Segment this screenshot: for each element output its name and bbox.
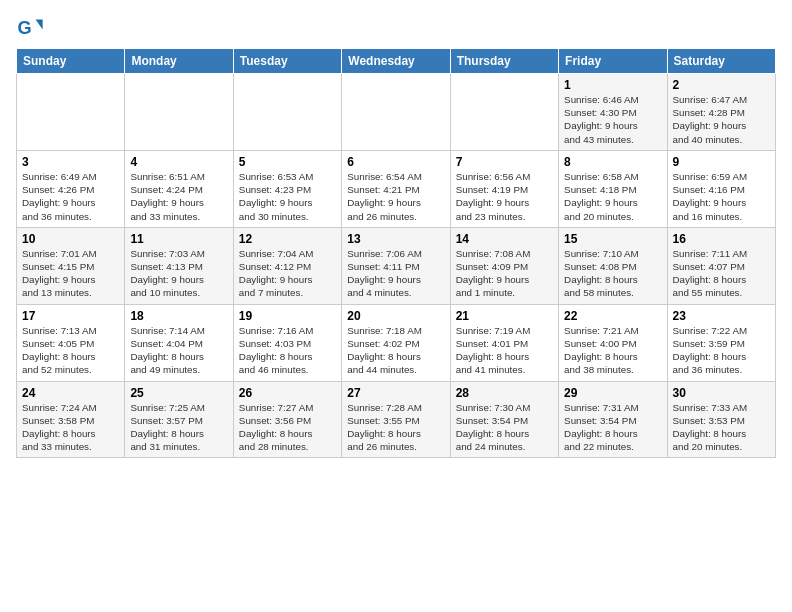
- svg-marker-1: [36, 20, 43, 30]
- day-cell: [17, 74, 125, 151]
- day-number: 6: [347, 155, 444, 169]
- day-number: 21: [456, 309, 553, 323]
- day-cell: 7Sunrise: 6:56 AM Sunset: 4:19 PM Daylig…: [450, 150, 558, 227]
- day-cell: 9Sunrise: 6:59 AM Sunset: 4:16 PM Daylig…: [667, 150, 775, 227]
- day-number: 8: [564, 155, 661, 169]
- svg-text:G: G: [17, 18, 31, 38]
- col-header-monday: Monday: [125, 49, 233, 74]
- day-number: 30: [673, 386, 770, 400]
- day-number: 5: [239, 155, 336, 169]
- col-header-sunday: Sunday: [17, 49, 125, 74]
- day-number: 23: [673, 309, 770, 323]
- day-info: Sunrise: 7:28 AM Sunset: 3:55 PM Dayligh…: [347, 401, 444, 454]
- day-info: Sunrise: 7:01 AM Sunset: 4:15 PM Dayligh…: [22, 247, 119, 300]
- col-header-friday: Friday: [559, 49, 667, 74]
- day-info: Sunrise: 7:13 AM Sunset: 4:05 PM Dayligh…: [22, 324, 119, 377]
- day-info: Sunrise: 7:10 AM Sunset: 4:08 PM Dayligh…: [564, 247, 661, 300]
- day-info: Sunrise: 7:08 AM Sunset: 4:09 PM Dayligh…: [456, 247, 553, 300]
- col-header-tuesday: Tuesday: [233, 49, 341, 74]
- day-info: Sunrise: 7:19 AM Sunset: 4:01 PM Dayligh…: [456, 324, 553, 377]
- day-info: Sunrise: 6:46 AM Sunset: 4:30 PM Dayligh…: [564, 93, 661, 146]
- page: G SundayMondayTuesdayWednesdayThursdayFr…: [0, 0, 792, 612]
- day-info: Sunrise: 6:56 AM Sunset: 4:19 PM Dayligh…: [456, 170, 553, 223]
- day-number: 14: [456, 232, 553, 246]
- day-cell: 2Sunrise: 6:47 AM Sunset: 4:28 PM Daylig…: [667, 74, 775, 151]
- day-cell: 24Sunrise: 7:24 AM Sunset: 3:58 PM Dayli…: [17, 381, 125, 458]
- week-row-4: 17Sunrise: 7:13 AM Sunset: 4:05 PM Dayli…: [17, 304, 776, 381]
- day-cell: 10Sunrise: 7:01 AM Sunset: 4:15 PM Dayli…: [17, 227, 125, 304]
- day-number: 20: [347, 309, 444, 323]
- day-info: Sunrise: 7:27 AM Sunset: 3:56 PM Dayligh…: [239, 401, 336, 454]
- day-cell: 17Sunrise: 7:13 AM Sunset: 4:05 PM Dayli…: [17, 304, 125, 381]
- day-number: 13: [347, 232, 444, 246]
- day-cell: 18Sunrise: 7:14 AM Sunset: 4:04 PM Dayli…: [125, 304, 233, 381]
- day-number: 16: [673, 232, 770, 246]
- day-cell: 20Sunrise: 7:18 AM Sunset: 4:02 PM Dayli…: [342, 304, 450, 381]
- day-number: 17: [22, 309, 119, 323]
- day-cell: 6Sunrise: 6:54 AM Sunset: 4:21 PM Daylig…: [342, 150, 450, 227]
- day-number: 29: [564, 386, 661, 400]
- day-cell: 12Sunrise: 7:04 AM Sunset: 4:12 PM Dayli…: [233, 227, 341, 304]
- day-cell: 27Sunrise: 7:28 AM Sunset: 3:55 PM Dayli…: [342, 381, 450, 458]
- day-info: Sunrise: 7:22 AM Sunset: 3:59 PM Dayligh…: [673, 324, 770, 377]
- day-cell: 26Sunrise: 7:27 AM Sunset: 3:56 PM Dayli…: [233, 381, 341, 458]
- week-row-3: 10Sunrise: 7:01 AM Sunset: 4:15 PM Dayli…: [17, 227, 776, 304]
- col-header-thursday: Thursday: [450, 49, 558, 74]
- logo: G: [16, 14, 48, 42]
- day-info: Sunrise: 7:04 AM Sunset: 4:12 PM Dayligh…: [239, 247, 336, 300]
- day-number: 3: [22, 155, 119, 169]
- day-number: 11: [130, 232, 227, 246]
- day-number: 9: [673, 155, 770, 169]
- day-cell: [125, 74, 233, 151]
- day-info: Sunrise: 7:16 AM Sunset: 4:03 PM Dayligh…: [239, 324, 336, 377]
- col-header-saturday: Saturday: [667, 49, 775, 74]
- week-row-1: 1Sunrise: 6:46 AM Sunset: 4:30 PM Daylig…: [17, 74, 776, 151]
- day-cell: 25Sunrise: 7:25 AM Sunset: 3:57 PM Dayli…: [125, 381, 233, 458]
- day-info: Sunrise: 6:49 AM Sunset: 4:26 PM Dayligh…: [22, 170, 119, 223]
- day-info: Sunrise: 6:53 AM Sunset: 4:23 PM Dayligh…: [239, 170, 336, 223]
- day-info: Sunrise: 7:31 AM Sunset: 3:54 PM Dayligh…: [564, 401, 661, 454]
- day-cell: 3Sunrise: 6:49 AM Sunset: 4:26 PM Daylig…: [17, 150, 125, 227]
- calendar: SundayMondayTuesdayWednesdayThursdayFrid…: [16, 48, 776, 458]
- day-cell: 4Sunrise: 6:51 AM Sunset: 4:24 PM Daylig…: [125, 150, 233, 227]
- day-info: Sunrise: 7:21 AM Sunset: 4:00 PM Dayligh…: [564, 324, 661, 377]
- day-number: 7: [456, 155, 553, 169]
- day-cell: 21Sunrise: 7:19 AM Sunset: 4:01 PM Dayli…: [450, 304, 558, 381]
- day-info: Sunrise: 7:24 AM Sunset: 3:58 PM Dayligh…: [22, 401, 119, 454]
- day-cell: 1Sunrise: 6:46 AM Sunset: 4:30 PM Daylig…: [559, 74, 667, 151]
- day-number: 2: [673, 78, 770, 92]
- day-cell: [450, 74, 558, 151]
- day-cell: 30Sunrise: 7:33 AM Sunset: 3:53 PM Dayli…: [667, 381, 775, 458]
- day-cell: 14Sunrise: 7:08 AM Sunset: 4:09 PM Dayli…: [450, 227, 558, 304]
- day-cell: 28Sunrise: 7:30 AM Sunset: 3:54 PM Dayli…: [450, 381, 558, 458]
- day-cell: 11Sunrise: 7:03 AM Sunset: 4:13 PM Dayli…: [125, 227, 233, 304]
- day-info: Sunrise: 6:58 AM Sunset: 4:18 PM Dayligh…: [564, 170, 661, 223]
- day-cell: 29Sunrise: 7:31 AM Sunset: 3:54 PM Dayli…: [559, 381, 667, 458]
- day-info: Sunrise: 7:25 AM Sunset: 3:57 PM Dayligh…: [130, 401, 227, 454]
- day-cell: [233, 74, 341, 151]
- week-row-2: 3Sunrise: 6:49 AM Sunset: 4:26 PM Daylig…: [17, 150, 776, 227]
- day-info: Sunrise: 7:14 AM Sunset: 4:04 PM Dayligh…: [130, 324, 227, 377]
- day-info: Sunrise: 6:54 AM Sunset: 4:21 PM Dayligh…: [347, 170, 444, 223]
- day-info: Sunrise: 7:06 AM Sunset: 4:11 PM Dayligh…: [347, 247, 444, 300]
- day-cell: 15Sunrise: 7:10 AM Sunset: 4:08 PM Dayli…: [559, 227, 667, 304]
- day-number: 1: [564, 78, 661, 92]
- day-cell: 23Sunrise: 7:22 AM Sunset: 3:59 PM Dayli…: [667, 304, 775, 381]
- day-info: Sunrise: 7:30 AM Sunset: 3:54 PM Dayligh…: [456, 401, 553, 454]
- week-row-5: 24Sunrise: 7:24 AM Sunset: 3:58 PM Dayli…: [17, 381, 776, 458]
- logo-icon: G: [16, 14, 44, 42]
- day-number: 10: [22, 232, 119, 246]
- day-number: 27: [347, 386, 444, 400]
- day-number: 24: [22, 386, 119, 400]
- day-number: 18: [130, 309, 227, 323]
- day-number: 4: [130, 155, 227, 169]
- day-cell: 22Sunrise: 7:21 AM Sunset: 4:00 PM Dayli…: [559, 304, 667, 381]
- day-cell: [342, 74, 450, 151]
- day-cell: 16Sunrise: 7:11 AM Sunset: 4:07 PM Dayli…: [667, 227, 775, 304]
- day-number: 22: [564, 309, 661, 323]
- day-number: 19: [239, 309, 336, 323]
- day-info: Sunrise: 7:11 AM Sunset: 4:07 PM Dayligh…: [673, 247, 770, 300]
- header: G: [16, 10, 776, 42]
- day-cell: 8Sunrise: 6:58 AM Sunset: 4:18 PM Daylig…: [559, 150, 667, 227]
- col-header-wednesday: Wednesday: [342, 49, 450, 74]
